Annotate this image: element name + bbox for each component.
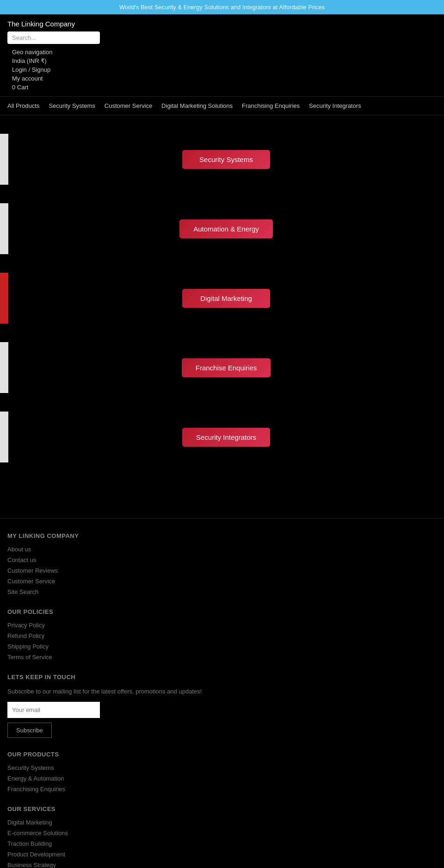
- franchise-image: [0, 342, 8, 393]
- footer-service-digital[interactable]: Digital Marketing: [7, 819, 437, 826]
- footer-company-section: MY LINKING COMPANY About us Contact us C…: [7, 532, 437, 595]
- footer-service-ecommerce[interactable]: E-commerce Solutions: [7, 830, 437, 837]
- header-nav-cart[interactable]: 0 Cart: [12, 84, 437, 91]
- footer-product-energy[interactable]: Energy & Automation: [7, 775, 437, 782]
- footer-newsletter-section: LETS KEEP IN TOUCH Subscribe to our mail…: [7, 674, 437, 738]
- search-bar[interactable]: Search...: [7, 31, 100, 44]
- footer-products-section: OUR PRODUCTS Security Systems Energy & A…: [7, 751, 437, 793]
- footer-policy-refund[interactable]: Refund Policy: [7, 632, 437, 639]
- footer-policy-terms[interactable]: Terms of Service: [7, 654, 437, 661]
- footer-company-search[interactable]: Site Search: [7, 588, 437, 595]
- header-nav-geo[interactable]: Geo navigation: [12, 49, 437, 56]
- category-row-franchise: Franchise Enquiries: [0, 342, 444, 393]
- footer-services-section: OUR SERVICES Digital Marketing E-commerc…: [7, 806, 437, 868]
- nav-franchising[interactable]: Franchising Enquiries: [242, 102, 300, 109]
- footer-services-title: OUR SERVICES: [7, 806, 437, 812]
- gap-6: [0, 481, 444, 500]
- gap-5: [0, 462, 444, 481]
- footer-company-service[interactable]: Customer Service: [7, 578, 437, 585]
- digital-marketing-center: Digital Marketing: [8, 273, 444, 324]
- header-nav-links: Geo navigation India (INR ₹) Login / Sig…: [7, 49, 437, 91]
- category-row-security-integrators: Security Integrators: [0, 412, 444, 462]
- automation-energy-image: [0, 203, 8, 254]
- footer-company-about[interactable]: About us: [7, 546, 437, 553]
- header: The Linking Company Search... Geo naviga…: [0, 14, 444, 97]
- nav-digital-marketing[interactable]: Digital Marketing Solutions: [161, 102, 233, 109]
- security-integrators-button[interactable]: Security Integrators: [182, 428, 270, 447]
- category-row-digital-marketing: Digital Marketing: [0, 273, 444, 324]
- main-nav-items: All Products Security Systems Customer S…: [0, 102, 444, 109]
- header-nav-account[interactable]: My account: [12, 75, 437, 82]
- footer-policies-section: OUR POLICIES Privacy Policy Refund Polic…: [7, 608, 437, 661]
- gap-3: [0, 324, 444, 342]
- nav-all-products[interactable]: All Products: [7, 102, 39, 109]
- nav-security-systems[interactable]: Security Systems: [49, 102, 95, 109]
- hero-section: Security Systems Automation & Energy Dig…: [0, 115, 444, 518]
- security-integrators-image: [0, 412, 8, 462]
- franchise-enquiries-button[interactable]: Franchise Enquiries: [182, 358, 271, 377]
- digital-marketing-image: [0, 273, 8, 324]
- footer-policies-title: OUR POLICIES: [7, 608, 437, 615]
- gap-4: [0, 393, 444, 412]
- footer-service-product-dev[interactable]: Product Development: [7, 851, 437, 858]
- subscribe-button[interactable]: Subscribe: [7, 723, 52, 738]
- security-integrators-center: Security Integrators: [8, 412, 444, 462]
- franchise-center: Franchise Enquiries: [8, 342, 444, 393]
- gap-2: [0, 254, 444, 273]
- logo: The Linking Company: [7, 20, 437, 28]
- footer-policy-shipping[interactable]: Shipping Policy: [7, 643, 437, 650]
- digital-marketing-button[interactable]: Digital Marketing: [182, 289, 270, 308]
- footer-products-title: OUR PRODUCTS: [7, 751, 437, 758]
- category-row-security-systems: Security Systems: [0, 134, 444, 185]
- header-nav-india[interactable]: India (INR ₹): [12, 57, 437, 64]
- security-systems-image: [0, 134, 8, 185]
- footer-newsletter-title: LETS KEEP IN TOUCH: [7, 674, 437, 681]
- gap-1: [0, 185, 444, 203]
- security-systems-button[interactable]: Security Systems: [182, 150, 270, 169]
- security-systems-center: Security Systems: [8, 134, 444, 185]
- top-banner: World's Best Security & Energy Solutions…: [0, 0, 444, 14]
- footer-policy-privacy[interactable]: Privacy Policy: [7, 622, 437, 629]
- banner-text: World's Best Security & Energy Solutions…: [119, 4, 325, 11]
- nav-security-integrators[interactable]: Security Integrators: [309, 102, 361, 109]
- footer-company-reviews[interactable]: Customer Reviews: [7, 567, 437, 574]
- main-nav: All Products Security Systems Customer S…: [0, 97, 444, 115]
- category-row-automation-energy: Automation & Energy: [0, 203, 444, 254]
- automation-energy-button[interactable]: Automation & Energy: [179, 219, 273, 238]
- footer-company-title: MY LINKING COMPANY: [7, 532, 437, 539]
- header-nav-login[interactable]: Login / Signup: [12, 66, 437, 73]
- footer-newsletter-description: Subscribe to our mailing list for the la…: [7, 687, 437, 696]
- footer-service-business[interactable]: Business Strategy: [7, 862, 437, 868]
- nav-customer-service[interactable]: Customer Service: [105, 102, 152, 109]
- footer: MY LINKING COMPANY About us Contact us C…: [0, 518, 444, 868]
- footer-product-security[interactable]: Security Systems: [7, 764, 437, 771]
- email-input[interactable]: [7, 702, 100, 718]
- footer-product-franchise[interactable]: Franchising Enquiries: [7, 786, 437, 793]
- footer-company-contact[interactable]: Contact us: [7, 556, 437, 563]
- footer-service-traction[interactable]: Traction Building: [7, 840, 437, 847]
- automation-energy-center: Automation & Energy: [8, 203, 444, 254]
